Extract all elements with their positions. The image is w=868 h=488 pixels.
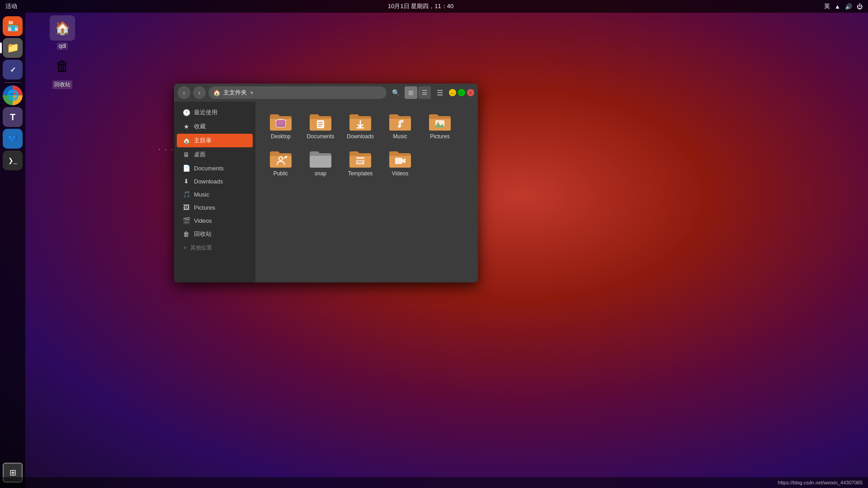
svg-rect-16 [356, 160, 364, 164]
trash-label: 回收站 [52, 80, 72, 89]
sidebar-item-recent[interactable]: 🕐 最近使用 [177, 106, 253, 119]
dock-item-terminal[interactable]: ❯_ [3, 150, 23, 170]
lang-indicator[interactable]: 英 [824, 2, 830, 10]
sidebar-label-downloads: Downloads [194, 178, 223, 185]
activities-label[interactable]: 活动 [5, 2, 17, 10]
dock-item-vscode[interactable]: 💙 [3, 129, 23, 149]
dock-divider [5, 82, 21, 83]
fm-main: Desktop Documents [255, 102, 478, 282]
fm-body: 🕐 最近使用 ★ 收藏 🏠 主目录 🖥 桌面 📄 Documents ⬇ D [174, 102, 478, 282]
fm-titlebar: ‹ › 🏠 主文件夹 ▼ 🔍 ⊞ ☰ ☰ – □ × [174, 84, 478, 102]
folder-downloads[interactable]: Downloads [342, 109, 378, 142]
volume-icon: 🔊 [845, 3, 852, 10]
desktop-icon-trash[interactable]: 🗑 回收站 [44, 53, 80, 89]
close-button[interactable]: × [467, 89, 474, 96]
bottom-bar: https://blog.csdn.net/weixin_44307065 [0, 477, 868, 488]
fm-sidebar: 🕐 最近使用 ★ 收藏 🏠 主目录 🖥 桌面 📄 Documents ⬇ D [174, 102, 255, 282]
location-bar[interactable]: 🏠 主文件夹 ▼ [208, 86, 387, 99]
sidebar-item-home[interactable]: 🏠 主目录 [177, 134, 253, 147]
sidebar-item-trash[interactable]: 🗑 回收站 [177, 227, 253, 241]
sidebar-label-videos: Videos [194, 217, 212, 224]
sidebar-label-trash: 回收站 [194, 230, 212, 238]
power-icon: ⏻ [857, 3, 863, 10]
music-icon: 🎵 [182, 191, 190, 198]
home-sidebar-icon: 🏠 [182, 137, 190, 144]
sidebar-label-desktop: 桌面 [194, 150, 206, 159]
home-icon: 🏠 [213, 89, 221, 96]
sidebar-item-downloads[interactable]: ⬇ Downloads [177, 175, 253, 188]
sidebar-item-starred[interactable]: ★ 收藏 [177, 120, 253, 133]
folder-snap-icon [309, 149, 332, 169]
recent-icon: 🕐 [182, 109, 190, 116]
folder-public[interactable]: Public [263, 146, 299, 179]
svg-point-9 [398, 126, 401, 128]
folder-snap[interactable]: snap [302, 146, 339, 179]
dock-item-text-editor[interactable]: T [3, 107, 23, 127]
add-icon: ＋ [182, 244, 188, 252]
folder-music-icon [388, 112, 412, 131]
dock: 🏪 📁 ✓ 🌐 T 💙 ❯_ ⊞ [0, 13, 25, 488]
sidebar-add-location[interactable]: ＋ 其他位置 [177, 241, 253, 254]
folder-music[interactable]: Music [382, 109, 418, 142]
folder-documents[interactable]: Documents [302, 109, 339, 142]
folder-public-label: Public [274, 170, 288, 177]
folder-videos-label: Videos [392, 170, 408, 177]
maximize-button[interactable]: □ [458, 89, 465, 96]
folder-public-icon [269, 149, 292, 169]
desktop-icon-sidebar: 🖥 [182, 151, 190, 158]
list-view-button[interactable]: ☰ [418, 86, 431, 99]
folder-templates-icon [349, 149, 372, 169]
svg-rect-2 [276, 120, 285, 127]
sidebar-item-documents[interactable]: 📄 Documents [177, 162, 253, 174]
trash-icon: 🗑 [50, 53, 75, 79]
folder-videos-icon [388, 149, 412, 169]
dock-item-chrome[interactable]: 🌐 [3, 85, 23, 105]
dropdown-arrow-icon: ▼ [250, 90, 254, 95]
url-text: https://blog.csdn.net/weixin_44307065 [778, 480, 863, 485]
dock-item-tasks[interactable]: ✓ [3, 60, 23, 80]
dots-indicator: · · · [158, 145, 174, 154]
back-button[interactable]: ‹ [178, 86, 190, 99]
file-manager-window: ‹ › 🏠 主文件夹 ▼ 🔍 ⊞ ☰ ☰ – □ × 🕐 最近使用 ★ [174, 84, 478, 282]
sidebar-label-pictures: Pictures [194, 204, 215, 211]
folder-templates-label: Templates [348, 170, 373, 177]
forward-button[interactable]: › [193, 86, 206, 99]
sidebar-label-documents: Documents [194, 165, 224, 172]
folder-pictures-label: Pictures [430, 133, 449, 140]
folder-desktop-label: Desktop [271, 133, 291, 140]
search-button[interactable]: 🔍 [389, 86, 402, 99]
minimize-button[interactable]: – [449, 89, 456, 96]
sidebar-item-desktop[interactable]: 🖥 桌面 [177, 148, 253, 161]
starred-icon: ★ [182, 123, 190, 130]
folder-videos[interactable]: Videos [382, 146, 418, 179]
folder-desktop-icon [269, 112, 292, 131]
sidebar-item-pictures[interactable]: 🖼 Pictures [177, 201, 253, 214]
folder-downloads-icon [349, 112, 372, 131]
sidebar-item-videos[interactable]: 🎬 Videos [177, 214, 253, 227]
folder-desktop[interactable]: Desktop [263, 109, 299, 142]
dock-item-app-store[interactable]: 🏪 [3, 16, 23, 36]
folder-templates[interactable]: Templates [342, 146, 378, 179]
svg-rect-15 [356, 157, 364, 159]
trash-sidebar-icon: 🗑 [182, 230, 190, 238]
location-text: 主文件夹 [223, 89, 247, 97]
qdl-label: qdl [57, 42, 68, 50]
menu-button[interactable]: ☰ [434, 86, 446, 99]
svg-point-14 [285, 156, 288, 158]
folder-documents-label: Documents [307, 133, 335, 140]
sidebar-item-music[interactable]: 🎵 Music [177, 188, 253, 201]
dock-item-files[interactable]: 📁 [3, 38, 23, 58]
folder-documents-icon [309, 112, 332, 131]
grid-view-button[interactable]: ⊞ [405, 86, 417, 99]
sidebar-label-starred: 收藏 [194, 122, 206, 131]
view-buttons: ⊞ ☰ [405, 86, 431, 99]
documents-icon: 📄 [182, 164, 190, 172]
folder-pictures[interactable]: Pictures [422, 109, 458, 142]
videos-icon: 🎬 [182, 217, 190, 224]
folder-downloads-label: Downloads [347, 133, 373, 140]
window-controls: – □ × [449, 89, 474, 96]
desktop-icon-qdl[interactable]: 🏠 qdl [44, 15, 80, 50]
topbar: 活动 10月1日 星期四，11：40 英 ▲ 🔊 ⏻ [0, 0, 868, 13]
fm-folder-grid: Desktop Documents [263, 109, 471, 179]
datetime-label: 10月1日 星期四，11：40 [388, 2, 453, 10]
